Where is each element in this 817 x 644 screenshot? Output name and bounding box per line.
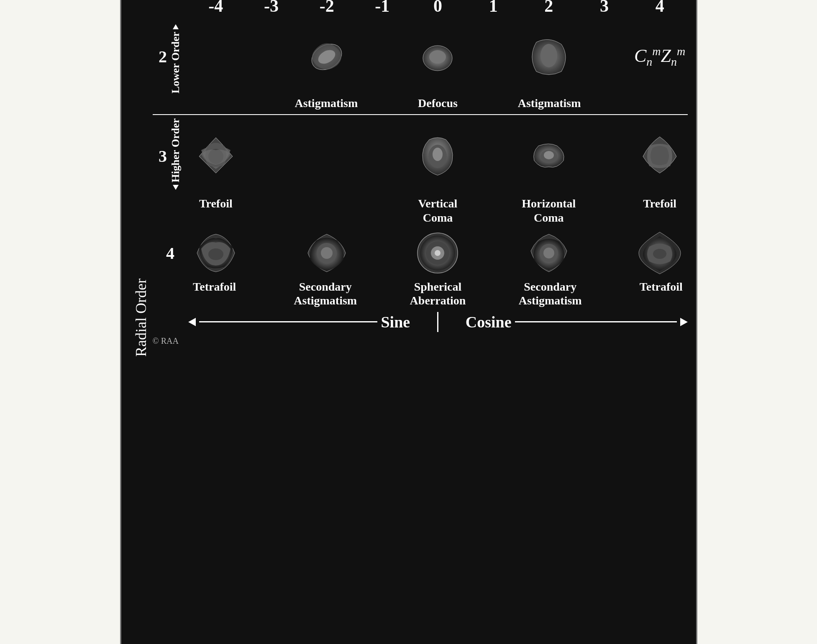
vertical-divider — [437, 312, 438, 332]
r2-col-2-img — [521, 34, 577, 80]
svg-point-17 — [435, 250, 441, 256]
secondary-astigmatism-left-label: SecondaryAstigmatism — [294, 280, 357, 308]
freq-neg4: -4 — [188, 0, 244, 16]
row3-images: 3 Higher Order — [153, 118, 688, 194]
svg-point-12 — [321, 247, 333, 259]
arrow-right-icon — [680, 318, 688, 326]
sine-cosine-row: Sine Cosine — [153, 312, 688, 332]
row3-header: 3 Higher Order — [153, 118, 188, 194]
freq-3: 3 — [576, 0, 632, 16]
radial-num-3: 3 — [159, 146, 167, 166]
freq-4: 4 — [632, 0, 688, 16]
row3-labels-row: Trefoil VerticalComa HorizontalComa Tref… — [153, 197, 688, 225]
cosine-section: Cosine — [466, 313, 688, 331]
radial-num-4: 4 — [166, 243, 174, 263]
row4-header: 4 — [153, 229, 188, 277]
spherical-aberration-shape — [414, 229, 462, 277]
svg-point-3 — [429, 50, 446, 64]
r4-col-neg4-img — [188, 230, 244, 276]
defocus-shape — [415, 34, 461, 80]
astigmatism-right-shape — [526, 34, 572, 80]
row2-images: 2 Lower Order — [153, 20, 688, 94]
row4-labels-row: Tetrafoil SecondaryAstigmatism Spherical… — [153, 280, 688, 308]
arrow-line-left — [199, 321, 378, 322]
secondary-astigmatism-right-label: SecondaryAstigmatism — [519, 280, 582, 308]
arrow-down-icon — [173, 185, 179, 190]
secondary-astigmatism-right-shape — [526, 230, 572, 276]
arrow-left-icon — [188, 318, 196, 326]
freq-0: 0 — [410, 0, 466, 16]
vertical-coma-shape — [415, 133, 461, 179]
r3-col-0-img — [410, 133, 466, 179]
freq-neg3: -3 — [243, 0, 299, 16]
secondary-astigmatism-left-shape — [304, 230, 350, 276]
trefoil-right-label: Trefoil — [632, 197, 688, 225]
freq-neg1: -1 — [355, 0, 410, 16]
divider-lower-higher — [153, 114, 688, 115]
sine-section: Sine — [188, 313, 410, 331]
arrow-up-icon — [173, 24, 179, 29]
r4-col-neg2-img — [299, 230, 355, 276]
frequency-numbers-row: -4 -3 -2 -1 0 1 2 3 4 — [153, 0, 688, 16]
defocus-label: Defocus — [411, 96, 464, 110]
r4-col-0-img — [410, 229, 466, 277]
astigmatism-left-label: Astigmatism — [295, 96, 358, 110]
r3-col-4-img — [632, 133, 688, 179]
trefoil-right-shape — [637, 133, 683, 179]
sine-cosine-divider — [410, 312, 466, 332]
svg-point-9 — [544, 151, 554, 159]
r3-col-2-img — [521, 133, 577, 179]
radial-order-label: Radial Order — [132, 0, 150, 640]
svg-point-7 — [433, 148, 443, 161]
spherical-aberration-label: SphericalAberration — [410, 280, 466, 308]
trefoil-left-shape — [193, 133, 239, 179]
tetrafoil-right-label: Tetrafoil — [635, 280, 687, 308]
row2-header: 2 Lower Order — [153, 20, 188, 94]
copyright: © RAA — [153, 336, 688, 346]
r2-col-neg2-img — [299, 34, 355, 80]
higher-order-label: Higher Order — [169, 118, 182, 182]
lower-order-label: Lower Order — [169, 32, 182, 94]
sine-label: Sine — [381, 313, 410, 331]
svg-point-10 — [208, 248, 223, 260]
svg-point-4 — [540, 44, 557, 67]
freq-1: 1 — [466, 0, 521, 16]
trefoil-left-label: Trefoil — [188, 197, 244, 225]
row2-labels-row: Astigmatism Defocus Astigmatism — [153, 96, 688, 110]
horizontal-coma-label: HorizontalComa — [521, 197, 577, 225]
r2-col-0-img — [410, 34, 466, 80]
radial-order-container: Radial Order — [130, 0, 153, 640]
astigmatism-right-label: Astigmatism — [518, 96, 581, 110]
arrow-line-right — [515, 321, 677, 322]
cosine-label: Cosine — [466, 313, 512, 331]
astigmatism-left-shape — [304, 34, 350, 80]
vertical-coma-label: VerticalComa — [410, 197, 466, 225]
tetrafoil-left-label: Tetrafoil — [188, 280, 241, 308]
svg-point-19 — [543, 248, 554, 258]
tetrafoil-right-shape — [637, 230, 683, 276]
radial-num-2: 2 — [159, 47, 167, 66]
r3-col-neg4-img — [188, 133, 244, 179]
r4-col-4-img — [632, 230, 688, 276]
svg-point-20 — [653, 249, 666, 259]
tetrafoil-left-shape — [193, 230, 239, 276]
r2-col-4-zernike: CnmZnm — [632, 45, 688, 69]
freq-2: 2 — [521, 0, 577, 16]
zernike-formula: CnmZnm — [634, 45, 685, 69]
r4-col-2-img — [521, 230, 577, 276]
row4-images: 4 — [153, 229, 688, 277]
diagram-container: Angular Frequency Radial Order -4 -3 -2 … — [120, 0, 697, 644]
freq-neg2: -2 — [299, 0, 355, 16]
horizontal-coma-shape — [526, 133, 572, 179]
